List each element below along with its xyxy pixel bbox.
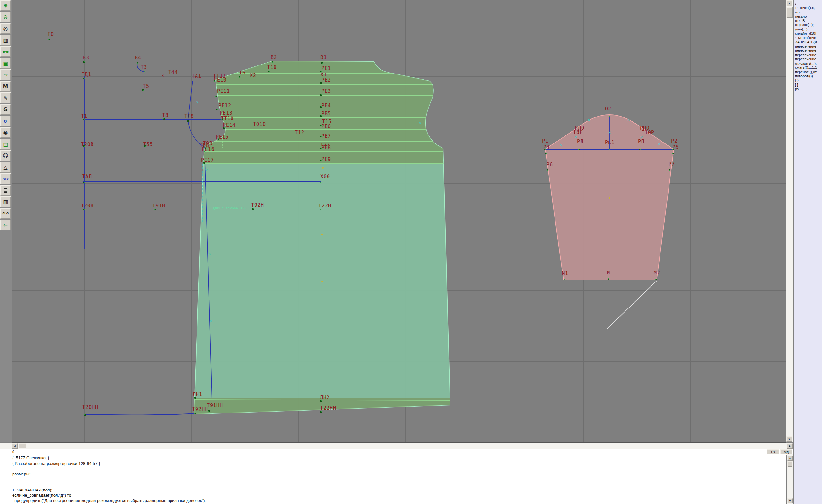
toolbar-button[interactable]: ⊕ <box>0 0 11 11</box>
scroll-left-button[interactable]: ◄ <box>12 443 18 449</box>
sidebar-command-line[interactable]: отложить(,..); <box>795 61 822 65</box>
image-icon: ▣ <box>3 61 8 66</box>
grid-icon: ▦ <box>3 38 8 43</box>
sidebar-command-line[interactable]: := <box>795 2 822 6</box>
console-scroll-down-button[interactable]: ▼ <box>787 498 793 503</box>
console-line <box>12 466 786 472</box>
table-icon: ▤ <box>3 141 8 147</box>
toolbar-button[interactable]: ◉ <box>0 127 11 138</box>
exit-icon: ⇐ <box>3 222 8 228</box>
toolbar-button[interactable]: ▥ <box>0 196 11 207</box>
sidebar-command-line[interactable]: [ ] <box>795 83 822 87</box>
alg-icon: ALG <box>2 212 9 215</box>
sidebar-command-line[interactable]: отл_В <box>795 19 822 23</box>
3d-icon: 3D <box>2 177 9 181</box>
g-letter-icon: G <box>3 107 8 112</box>
pattern-piece-icon: ▱ <box>3 72 7 78</box>
garment-sketch-icon: △ <box>3 165 7 170</box>
canvas-vertical-scrollbar[interactable]: ▲ ▼ <box>786 0 793 442</box>
camera-icon: ◉ <box>3 130 8 135</box>
console-line: если не_совпадает(пол,"д") то <box>12 493 786 498</box>
scroll-up-button[interactable]: ▲ <box>786 0 792 6</box>
sidebar-command-line[interactable]: т:=точка(т.х, <box>795 6 822 10</box>
archive-icon: ▥ <box>3 199 8 205</box>
canvas-horizontal-scrollbar[interactable]: ◄ ► <box>0 443 793 449</box>
sidebar-command-line[interactable]: { } <box>795 78 822 82</box>
sidebar-command-line[interactable]: сжать((),..,1.1 <box>795 65 822 70</box>
left-toolbar: ⊕⊖◎▦●─●▣▱M✎G8◉▤☺△3D≣▥ALG⇐ <box>0 0 12 442</box>
drafting-tools-icon: ✎ <box>3 95 8 101</box>
zoom-out-icon: ⊖ <box>3 14 8 20</box>
rz-mode-button[interactable]: Рз <box>767 449 779 454</box>
toolbar-button[interactable]: G <box>0 104 11 115</box>
command-list-sidebar[interactable]: :=т:=точка(т.х,отллекалоотл_Вотрезок( , … <box>794 0 822 504</box>
measure-line-icon: ●─● <box>3 50 8 53</box>
sidebar-command-line[interactable]: рз_ <box>795 87 822 91</box>
sidebar-command-line[interactable]: сплайн_к[10] <box>795 31 822 36</box>
sidebar-command-line[interactable]: пересечение <box>795 44 822 48</box>
toolbar-button[interactable]: 8 <box>0 115 11 126</box>
sidebar-command-line[interactable]: ЗАПИСАТЬ(и <box>795 40 822 44</box>
drawing-canvas[interactable] <box>12 0 786 443</box>
console-line <box>12 477 786 482</box>
toolbar-button[interactable]: ≣ <box>0 185 11 196</box>
toolbar-button[interactable]: ☺ <box>0 150 11 161</box>
toolbar-button[interactable]: △ <box>0 162 11 173</box>
toolbar-button[interactable]: ▦ <box>0 35 11 46</box>
status-row: 0 Рз Мд <box>0 449 793 455</box>
console-line: предупредить("Для построениния модели ре… <box>12 498 786 504</box>
pattern-m-icon: M <box>3 84 8 89</box>
line-counter: 0 <box>12 450 14 454</box>
sidebar-command-line[interactable]: пересечение <box>795 57 822 61</box>
sidebar-command-line[interactable]: пересечение <box>795 53 822 57</box>
portrait-icon: ☺ <box>3 153 8 158</box>
toolbar-button[interactable]: ◎ <box>0 23 11 34</box>
console-vertical-scrollbar[interactable]: ▲ ▼ <box>787 454 793 504</box>
sidebar-command-line[interactable]: дуга(,..); <box>795 27 822 31</box>
toolbar-button[interactable]: ▣ <box>0 58 11 69</box>
scroll-down-button[interactable]: ▼ <box>786 436 792 442</box>
console-line: { Разработано на размер девочки 128-64-5… <box>12 461 786 466</box>
sidebar-command-line[interactable]: лекало <box>795 14 822 19</box>
toolbar-button[interactable]: ●─● <box>0 46 11 57</box>
view-pattern-icon: ◎ <box>3 26 8 31</box>
toolbar-button[interactable]: ⊖ <box>0 12 11 22</box>
console-line <box>12 482 786 488</box>
vertical-scroll-thumb[interactable] <box>786 7 793 18</box>
console-line: размеры; <box>12 472 786 477</box>
scroll-right-button[interactable]: ► <box>787 443 793 449</box>
console-scroll-thumb[interactable] <box>787 461 792 467</box>
sidebar-command-line[interactable]: :=метка(точк <box>795 36 822 40</box>
toolbar-button[interactable]: ✎ <box>0 92 11 103</box>
ruler-icon: 8 <box>4 119 7 123</box>
sidebar-command-line[interactable]: отрезок( , ); <box>795 23 822 27</box>
toolbar-button[interactable]: 3D <box>0 173 11 184</box>
console-line: Т_ЗАГЛАВНАЯ(пол); <box>12 488 786 493</box>
program-text-console[interactable]: { 5177 Снежинка }{ Разработано на размер… <box>0 454 786 504</box>
sidebar-command-line[interactable]: поворот(())... <box>795 74 822 78</box>
console-line: { 5177 Снежинка } <box>12 456 786 461</box>
md-mode-button[interactable]: Мд <box>780 449 792 454</box>
sidebar-command-line[interactable]: пересечение <box>795 48 822 53</box>
toolbar-button[interactable]: ▤ <box>0 139 11 149</box>
toolbar-button[interactable]: ⇐ <box>0 219 11 230</box>
cad-application-window: Т0В3В4Т3ТД1хТ44ТА1Т5Т6Х2Т16В2В1ТТ11РЕ10Р… <box>0 0 822 504</box>
zoom-in-icon: ⊕ <box>3 3 8 8</box>
toolbar-button[interactable]: ▱ <box>0 69 11 80</box>
console-scroll-up-button[interactable]: ▲ <box>787 456 793 461</box>
sidebar-command-line[interactable]: перенос((),от <box>795 70 822 74</box>
document-list-icon: ≣ <box>3 188 8 193</box>
horizontal-scroll-thumb[interactable] <box>19 443 26 449</box>
toolbar-button[interactable]: ALG <box>0 208 11 219</box>
sidebar-command-line[interactable]: отл <box>795 10 822 14</box>
toolbar-button[interactable]: M <box>0 81 11 92</box>
